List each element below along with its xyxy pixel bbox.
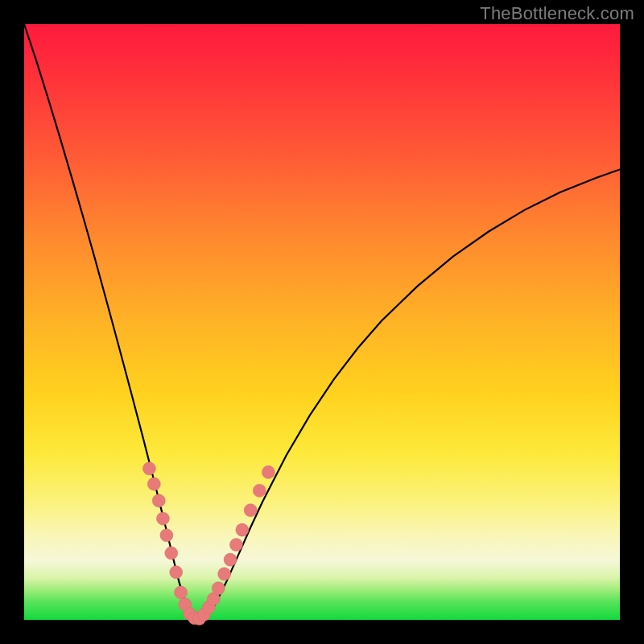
marker-dot	[170, 566, 183, 579]
marker-dot	[236, 523, 249, 536]
plot-area	[24, 24, 620, 620]
marker-dot	[253, 484, 266, 497]
chart-svg	[24, 24, 620, 620]
marker-dot	[262, 465, 275, 478]
marker-dot	[229, 539, 242, 551]
watermark-text: TheBottleneck.com	[480, 3, 634, 24]
marker-dot	[244, 504, 257, 517]
bottleneck-curve	[24, 24, 620, 619]
marker-dot	[147, 477, 160, 490]
marker-dot	[142, 462, 155, 475]
marker-dot	[218, 568, 231, 580]
marker-dot	[175, 586, 188, 599]
marker-dot	[156, 512, 169, 525]
marker-dot	[152, 494, 165, 507]
outer-frame: TheBottleneck.com	[0, 0, 644, 644]
highlight-markers	[142, 462, 275, 625]
marker-dot	[224, 553, 237, 566]
marker-dot	[212, 582, 225, 595]
marker-dot	[160, 529, 173, 542]
marker-dot	[165, 547, 178, 559]
